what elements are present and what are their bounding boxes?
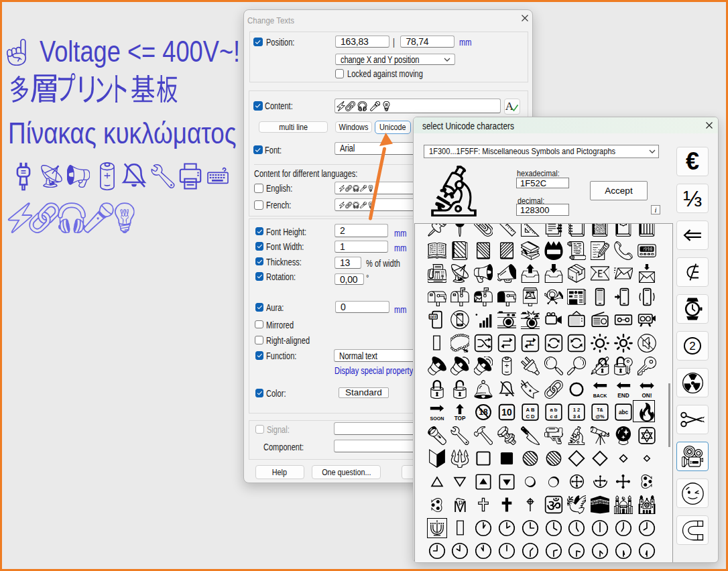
svg-text:2: 2 [689,340,695,353]
